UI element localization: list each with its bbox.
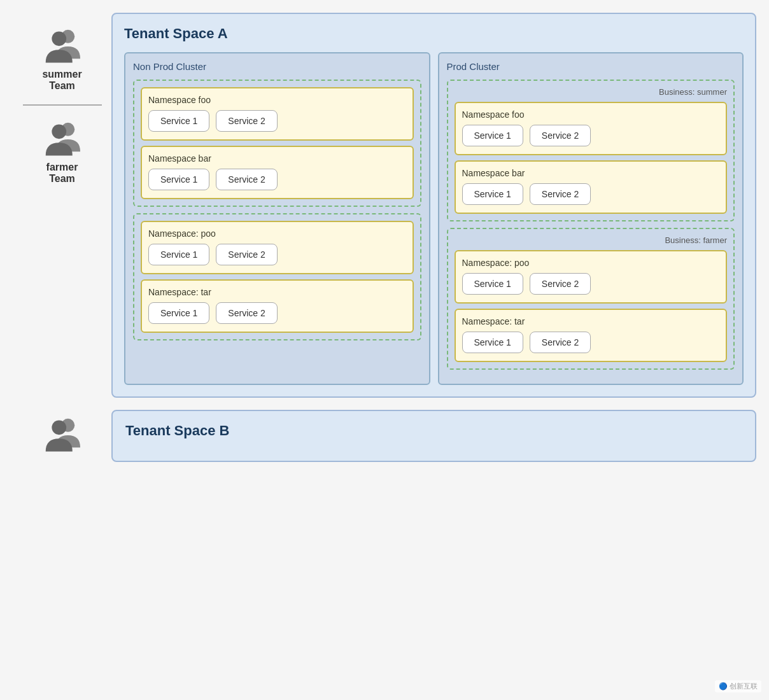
service-item: Service 2 — [216, 169, 277, 190]
nonprod-ns-foo-summer-label: Namespace foo — [148, 95, 406, 105]
tenant-b-title: Tenant Space B — [125, 423, 229, 439]
service-item: Service 1 — [462, 273, 523, 295]
nonprod-ns-poo-farmer-label: Namespace: poo — [148, 228, 406, 239]
watermark: 🔵 创新互联 — [715, 680, 761, 692]
service-item: Service 1 — [462, 183, 523, 205]
nonprod-ns-bar-summer-services: Service 1 Service 2 — [148, 169, 406, 190]
service-item: Service 1 — [148, 110, 209, 132]
tenant-b-row: Tenant Space B — [13, 408, 756, 464]
service-item: Service 1 — [148, 169, 209, 190]
nonprod-ns-tar-farmer: Namespace: tar Service 1 Service 2 — [141, 279, 414, 333]
prod-ns-poo-farmer-label: Namespace: poo — [462, 258, 720, 268]
nonprod-ns-bar-summer: Namespace bar Service 1 Service 2 — [141, 146, 414, 199]
nonprod-ns-bar-summer-label: Namespace bar — [148, 153, 406, 164]
nonprod-ns-poo-farmer: Namespace: poo Service 1 Service 2 — [141, 221, 414, 274]
service-item: Service 2 — [530, 125, 591, 146]
business-summer-label: Business: summer — [455, 87, 728, 97]
prod-ns-poo-farmer: Namespace: poo Service 1 Service 2 — [455, 250, 728, 304]
service-item: Service 1 — [148, 244, 209, 265]
svg-point-1 — [52, 31, 66, 46]
prod-ns-foo-summer-services: Service 1 Service 2 — [462, 125, 720, 146]
tenant-a-title: Tenant Space A — [124, 25, 744, 42]
service-item: Service 2 — [530, 332, 591, 353]
svg-point-3 — [52, 124, 66, 139]
prod-ns-foo-summer: Namespace foo Service 1 Service 2 — [455, 102, 728, 155]
teams-column: summerTeam farmerTeam — [13, 13, 111, 197]
tenant-space-b: Tenant Space B — [111, 410, 756, 462]
prod-ns-tar-farmer: Namespace: tar Service 1 Service 2 — [455, 309, 728, 362]
prod-ns-bar-summer-label: Namespace bar — [462, 168, 720, 178]
team-b-block — [13, 408, 111, 464]
tenant-space-a: Tenant Space A Non Prod Cluster Namespac… — [111, 13, 756, 398]
farmer-nonprod-group: Namespace: poo Service 1 Service 2 Names… — [133, 213, 421, 340]
prod-cluster: Prod Cluster Business: summer Namespace … — [438, 52, 744, 385]
nonprod-ns-foo-summer-services: Service 1 Service 2 — [148, 110, 406, 132]
service-item: Service 1 — [148, 302, 209, 324]
business-farmer-label: Business: farmer — [455, 235, 728, 245]
farmer-team-label: farmerTeam — [46, 162, 78, 185]
service-item: Service 2 — [216, 110, 277, 132]
nonprod-ns-tar-farmer-services: Service 1 Service 2 — [148, 302, 406, 324]
main-layout: summerTeam farmerTeam Tenant Space A — [13, 13, 756, 464]
nonprod-ns-foo-summer: Namespace foo Service 1 Service 2 — [141, 87, 414, 141]
team-b-icon — [40, 414, 85, 452]
service-item: Service 1 — [462, 332, 523, 353]
farmer-team-block: farmerTeam — [13, 106, 111, 197]
prod-ns-bar-summer-services: Service 1 Service 2 — [462, 183, 720, 205]
service-item: Service 1 — [462, 125, 523, 146]
service-item: Service 2 — [216, 244, 277, 265]
summer-team-block: summerTeam — [13, 13, 111, 104]
nonprod-ns-poo-farmer-services: Service 1 Service 2 — [148, 244, 406, 265]
svg-point-5 — [52, 420, 66, 435]
prod-ns-bar-summer: Namespace bar Service 1 Service 2 — [455, 160, 728, 214]
clusters-row: Non Prod Cluster Namespace foo Service 1… — [124, 52, 744, 385]
summer-team-label: summerTeam — [42, 69, 81, 92]
prod-cluster-title: Prod Cluster — [447, 61, 735, 72]
prod-ns-tar-farmer-services: Service 1 Service 2 — [462, 332, 720, 353]
farmer-team-icon — [40, 118, 85, 157]
summer-nonprod-group: Namespace foo Service 1 Service 2 Namesp… — [133, 80, 421, 207]
summer-prod-group: Business: summer Namespace foo Service 1… — [447, 80, 735, 221]
tenant-a-row: summerTeam farmerTeam Tenant Space A — [13, 13, 756, 398]
summer-team-icon — [40, 25, 85, 64]
farmer-prod-group: Business: farmer Namespace: poo Service … — [447, 228, 735, 370]
prod-ns-tar-farmer-label: Namespace: tar — [462, 316, 720, 326]
prod-ns-poo-farmer-services: Service 1 Service 2 — [462, 273, 720, 295]
nonprod-cluster: Non Prod Cluster Namespace foo Service 1… — [124, 52, 430, 385]
service-item: Service 2 — [216, 302, 277, 324]
service-item: Service 2 — [530, 273, 591, 295]
service-item: Service 2 — [530, 183, 591, 205]
nonprod-cluster-title: Non Prod Cluster — [133, 61, 421, 72]
nonprod-ns-tar-farmer-label: Namespace: tar — [148, 287, 406, 297]
prod-ns-foo-summer-label: Namespace foo — [462, 109, 720, 120]
